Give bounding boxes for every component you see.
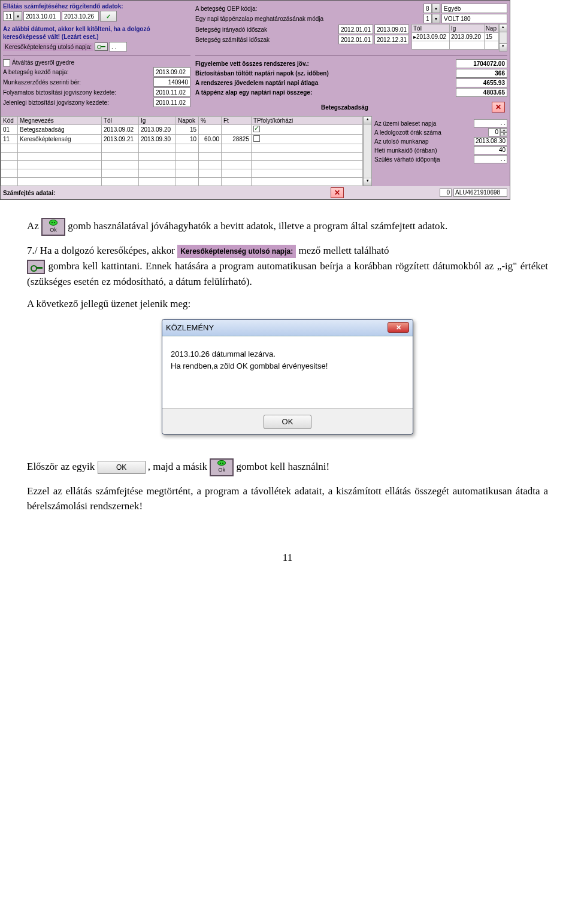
close-button[interactable]: ✕ [331,187,344,198]
szamitasi-d2[interactable]: 2012.12.31 [374,35,409,44]
table-row[interactable]: 11Keresőképtelenség2013.09.212013.09.301… [1,135,363,144]
code-select[interactable]: 11 ▾ [3,11,22,21]
header-title: Ellátás számfejtéséhez rögzítendő adatok… [3,3,190,10]
status-label: Betegszabadság [321,104,368,111]
egynapi-label: Egy napi táppénzalap meghatározásának mó… [195,16,423,22]
egynapi-select[interactable]: 1▾ [423,14,440,23]
iranyado-d2[interactable]: 2013.09.01 [374,25,409,34]
foly-field[interactable]: 2010.11.02 [153,87,190,97]
rp5-label: Szülés várható időpontja [374,156,440,163]
rp2-label: A ledolgozott órák száma [374,129,441,136]
szamitasi-label: Betegség számítási időszak [195,37,338,43]
ok-icon: Ok [41,218,65,236]
chevron-down-icon[interactable]: ▾ [432,4,440,13]
chevron-down-icon[interactable]: ▾ [432,14,440,23]
rp5-field[interactable]: . . [474,155,507,163]
rp1-field[interactable]: . . [474,119,507,127]
arend-val: 4655.93 [456,78,507,87]
footer-label: Számfejtés adatai: [3,190,331,196]
atap-label: A táppénz alap egy naptári napi összege: [195,89,456,96]
rp3-field[interactable]: 2013.08.30 [474,137,507,145]
jel-label: Jelenlegi biztosítási jogviszony kezdete… [3,99,153,106]
scroll-down-icon[interactable]: ▾ [500,43,507,51]
tp-check-icon[interactable] [253,135,260,142]
betkezd-field[interactable]: 2013.09.02 [153,67,190,77]
document-body: Az Ok gomb használatával jóváhagyhatók a… [27,218,548,565]
rp4-field[interactable]: 40 [474,146,507,154]
page-number: 11 [27,550,548,566]
scrollbar[interactable]: ▴▾ [363,116,372,186]
rp1-label: Az üzemi baleset napja [374,120,436,127]
oep-code-select[interactable]: 8▾ [423,4,440,13]
lastday-label: Keresőképtelenség utolsó napja: [3,43,93,51]
figy-val: 1704072.00 [456,59,507,68]
lastday-field[interactable]: . . [109,42,127,51]
info-note: Az alábbi dátumot, akkor kell kitölteni,… [3,25,190,41]
close-icon[interactable]: ✕ [388,322,409,333]
ok-button-plain: OK [98,461,146,474]
scroll-up-icon[interactable]: ▴ [364,117,371,124]
oep-label: A betegség OEP kódja: [195,5,423,12]
bizt-val: 366 [456,69,507,78]
p-final: Ezzel az ellátás számfejtése megtörtént,… [27,484,548,514]
atv-checkbox[interactable] [3,59,10,66]
footer-code: ALU4621910698 [453,189,507,197]
scroll-down-icon[interactable]: ▾ [364,178,371,186]
atv-label: Átváltás gyesről gyedre [12,59,74,66]
scroll-up-icon[interactable]: ▴ [500,25,507,32]
betkezd-label: A betegség kezdő napja: [3,69,153,75]
dialog-line1: 2013.10.26 dátummal lezárva. [171,348,404,360]
szamitasi-d1[interactable]: 2012.01.01 [338,35,373,44]
iranyado-d1[interactable]: 2012.01.01 [338,25,373,34]
scrollbar[interactable]: ▴▾ [499,24,507,51]
key-icon [27,260,45,274]
date-to-field[interactable]: 2013.10.26 [62,11,99,21]
tp-check-icon[interactable] [253,126,260,132]
atap-val: 4803.65 [456,88,507,97]
egynapi-text: VOLT 180 [441,14,507,23]
period-mini-table: TólIgNap ▸2013.09.022013.09.2015 [411,24,499,50]
ok-icon: Ok [210,458,234,476]
foly-label: Folyamatos biztosítási jogviszony kezdet… [3,89,153,96]
munk-label: Munkaszerződés szerinti bér: [3,79,153,86]
lastday-tag: Keresőképtelenség utolsó napja: [177,245,296,258]
confirm-button[interactable]: ✓ [100,11,117,22]
table-row[interactable]: 01Betegszabadság2013.09.022013.09.2015 [1,125,363,135]
dialog-ok-button[interactable]: OK [264,415,311,429]
app-window: Ellátás számfejtéséhez rögzítendő adatok… [0,0,510,200]
close-button[interactable]: ✕ [492,102,505,113]
iranyado-label: Betegség irányadó időszak [195,26,338,33]
rp4-label: Heti munkaidő (órában) [374,147,437,154]
dialog-title: KÖZLEMÉNY [166,322,214,334]
message-dialog: KÖZLEMÉNY ✕ 2013.10.26 dátummal lezárva.… [162,319,413,434]
key-icon[interactable] [95,42,108,51]
munk-field[interactable]: 140940 [153,77,190,87]
p-msg: A következő jellegű üzenet jelenik meg: [27,296,548,312]
entries-table[interactable]: Kód Megnevezés Tól Ig Napok % Ft TPfolyt… [1,116,363,186]
figy-label: Figyelembe vett összes rendszeres jöv.: [195,60,456,67]
arend-label: A rendszeres jövedelem naptári napi átla… [195,80,456,86]
jel-field[interactable]: 2010.11.02 [153,98,190,107]
oep-text-field: Egyéb [441,4,507,13]
bizt-label: Biztosításban töltött naptári napok (sz.… [195,70,456,77]
footer-num: 0 [440,189,452,197]
dialog-line2: Ha rendben,a zöld OK gombbal érvényesits… [171,360,404,372]
rp3-label: Az utolsó munkanap [374,138,429,145]
hours-spinner[interactable]: 0▴▾ [488,128,507,136]
date-from-field[interactable]: 2013.10.01 [23,11,60,21]
chevron-down-icon[interactable]: ▾ [14,11,22,21]
side-panel: Az üzemi baleset napja. . A ledolgozott … [372,116,510,186]
